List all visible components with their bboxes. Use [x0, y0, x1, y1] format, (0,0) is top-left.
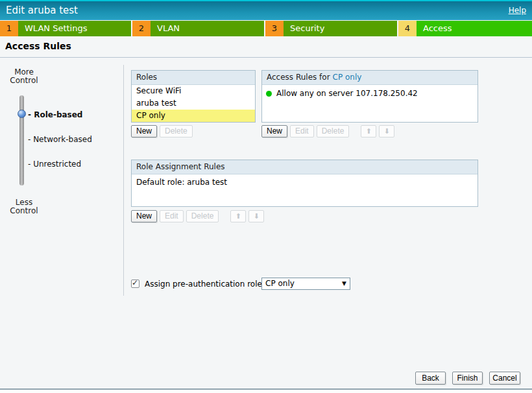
roles-delete-button: Delete [160, 125, 193, 137]
role-list-item-secure-wifi[interactable]: Secure WiFi [132, 85, 255, 97]
step-label: Security [284, 21, 324, 36]
down-arrow-icon: ⬇ [384, 127, 390, 135]
access-rules-header-prefix: Access Rules for [267, 73, 330, 82]
access-delete-button: Delete [317, 125, 350, 137]
access-rules-button-row: New Edit Delete ⬆ ⬇ [261, 125, 394, 137]
step-label: Access [417, 21, 452, 36]
assignment-move-down-button: ⬇ [248, 210, 264, 222]
less-control-label: Less Control [0, 198, 48, 215]
checkmark-icon: ✓ [132, 278, 138, 287]
up-arrow-icon: ⬆ [366, 127, 372, 135]
down-arrow-icon: ⬇ [254, 212, 260, 220]
button-spacer [352, 125, 358, 137]
access-rule-text: Allow any on server 107.178.250.42 [276, 89, 418, 98]
bottom-margin [0, 390, 532, 393]
more-control-label: More Control [0, 68, 48, 85]
pre-auth-role-select[interactable]: CP only ▼ [261, 278, 350, 290]
step-number-badge: 1 [0, 21, 18, 36]
role-assignment-panel-header: Role Assignment Rules [132, 160, 478, 174]
footer-button-row: Back Finish Cancel [415, 372, 520, 385]
step-number-badge: 4 [398, 21, 417, 36]
pre-auth-row: ✓ Assign pre-authentication role: [131, 277, 265, 291]
assignment-edit-button: Edit [160, 210, 184, 222]
heading-divider [0, 57, 532, 58]
help-link[interactable]: Help [509, 1, 526, 20]
step-label: VLAN [151, 21, 180, 36]
role-list-item-aruba-test[interactable]: aruba test [132, 97, 255, 110]
role-list-item-cp-only[interactable]: CP only [132, 110, 255, 122]
assignment-delete-button: Delete [186, 210, 219, 222]
slider-option-network-based[interactable]: - Network-based [28, 135, 92, 144]
step-label: WLAN Settings [18, 21, 87, 36]
access-new-button[interactable]: New [261, 125, 287, 137]
access-rules-role-name: CP only [333, 73, 362, 82]
step-wlan-settings[interactable]: 1 WLAN Settings [0, 21, 131, 36]
access-move-down-button: ⬇ [379, 125, 394, 137]
assignment-move-up-button: ⬆ [230, 210, 246, 222]
rule-status-dot-icon [266, 91, 272, 97]
step-security[interactable]: 3 Security [265, 21, 397, 36]
slider-option-unrestricted[interactable]: - Unrestricted [28, 160, 81, 169]
step-number-badge: 3 [265, 21, 284, 36]
wizard-step-bar: 1 WLAN Settings 2 VLAN 3 Security 4 Acce… [0, 21, 532, 36]
roles-button-row: New Delete [131, 125, 193, 137]
button-spacer [221, 210, 228, 222]
access-rules-panel-header: Access Rules forCP only [262, 71, 478, 85]
control-slider-handle[interactable] [18, 110, 26, 118]
step-number-badge: 2 [132, 21, 151, 36]
access-rule-item[interactable]: Allow any on server 107.178.250.42 [262, 85, 478, 98]
step-access[interactable]: 4 Access [398, 21, 532, 36]
pre-auth-label: Assign pre-authentication role: [145, 280, 265, 289]
role-assignment-item[interactable]: Default role: aruba test [132, 174, 478, 187]
access-edit-button: Edit [290, 125, 314, 137]
select-value: CP only [265, 279, 295, 288]
role-assignment-panel: Role Assignment Rules Default role: arub… [131, 160, 478, 207]
roles-panel: Roles Secure WiFi aruba test CP only [131, 70, 256, 123]
cancel-button[interactable]: Cancel [489, 372, 520, 385]
page-title: Access Rules [5, 41, 71, 51]
left-main-divider [123, 65, 124, 296]
finish-button[interactable]: Finish [452, 372, 483, 385]
role-assignment-button-row: New Edit Delete ⬆ ⬇ [131, 210, 264, 222]
slider-option-role-based[interactable]: - Role-based [28, 110, 82, 119]
edit-wlan-window: Edit aruba test Help 1 WLAN Settings 2 V… [0, 0, 532, 393]
roles-new-button[interactable]: New [131, 125, 157, 137]
roles-panel-header: Roles [132, 71, 255, 85]
step-vlan[interactable]: 2 VLAN [132, 21, 264, 36]
control-slider-track[interactable] [19, 95, 24, 185]
window-title: Edit aruba test [6, 1, 78, 20]
pre-auth-checkbox[interactable]: ✓ [131, 280, 139, 288]
assignment-new-button[interactable]: New [131, 210, 157, 222]
back-button[interactable]: Back [415, 372, 446, 385]
window-titlebar: Edit aruba test Help [0, 1, 532, 20]
up-arrow-icon: ⬆ [236, 212, 241, 220]
access-rules-panel: Access Rules forCP only Allow any on ser… [261, 70, 478, 123]
access-move-up-button: ⬆ [361, 125, 376, 137]
dropdown-caret-icon: ▼ [342, 278, 346, 289]
